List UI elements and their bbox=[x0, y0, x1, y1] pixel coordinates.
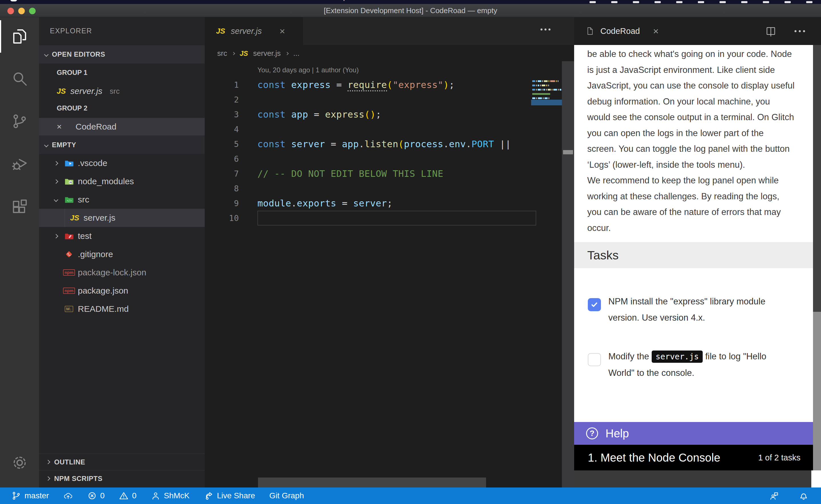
tree-item-src[interactable]: </>src bbox=[39, 190, 205, 209]
tree-item-node_modules[interactable]: JSnode_modules bbox=[39, 172, 205, 190]
code-line-7[interactable]: 7// -- DO NOT EDIT BELOW THIS LINE bbox=[205, 166, 574, 181]
code-line-4[interactable]: 4 bbox=[205, 122, 574, 137]
window-title-bar[interactable]: [Extension Development Host] - CodeRoad … bbox=[0, 4, 821, 17]
tab-server-js[interactable]: JS server.js × bbox=[205, 17, 303, 45]
status-account[interactable]: ShMcK bbox=[147, 487, 193, 504]
breadcrumb-item--[interactable]: ... bbox=[293, 49, 300, 58]
code-editor-group: JS server.js × srcJSserver.js... You, 20… bbox=[205, 17, 574, 487]
menu-selection[interactable]: Selection bbox=[119, 0, 149, 1]
status-label: 0 bbox=[132, 491, 136, 500]
open-editors-label: OPEN EDITORS bbox=[52, 50, 105, 58]
open-editors-group-label: GROUP 1 bbox=[39, 65, 205, 81]
status-git-graph[interactable]: Git Graph bbox=[266, 487, 308, 504]
menu-view[interactable]: View bbox=[164, 0, 180, 1]
tree-item--gitignore[interactable]: .gitignore bbox=[39, 245, 205, 263]
minimap[interactable] bbox=[531, 62, 563, 119]
menu-go[interactable]: Go bbox=[195, 0, 205, 1]
activity-bar-settings[interactable] bbox=[0, 444, 39, 481]
tree-item-package-lock-json[interactable]: npmpackage-lock.json bbox=[39, 263, 205, 282]
paragraph-line: is just a JavaScript environment. Like c… bbox=[587, 62, 812, 78]
minimap-line bbox=[532, 93, 550, 95]
code-line-text[interactable]: const app = express(); bbox=[258, 109, 381, 120]
menu-code[interactable]: Code bbox=[32, 0, 50, 1]
tree-item-label: .gitignore bbox=[78, 249, 113, 259]
code-line-9[interactable]: 9module.exports = server; bbox=[205, 196, 574, 211]
open-editor-item-coderoad[interactable]: ×CodeRoad bbox=[39, 118, 205, 136]
editor-overview-ruler[interactable] bbox=[562, 61, 574, 487]
current-line-highlight[interactable] bbox=[258, 211, 536, 226]
menu-run[interactable]: Run bbox=[220, 0, 233, 1]
tree-item-server-js[interactable]: JSserver.js bbox=[39, 209, 205, 227]
activity-bar-extensions[interactable] bbox=[0, 189, 39, 226]
status-sync-publish[interactable] bbox=[59, 487, 77, 504]
apple-menu-icon[interactable] bbox=[10, 0, 17, 1]
tree-item-readme-md[interactable]: M↓README.md bbox=[39, 300, 205, 318]
menu-terminal[interactable]: Terminal bbox=[248, 0, 276, 1]
js-file-icon: JS bbox=[240, 50, 248, 58]
code-line-8[interactable]: 8 bbox=[205, 181, 574, 196]
status-notifications[interactable] bbox=[795, 487, 812, 504]
code-line-2[interactable]: 2 bbox=[205, 92, 574, 107]
code-line-5[interactable]: 5const server = app.listen(process.env.P… bbox=[205, 137, 574, 151]
breadcrumb-item-src[interactable]: src bbox=[217, 49, 227, 58]
close-editor-icon[interactable]: × bbox=[57, 122, 66, 132]
open-editor-item-server-js[interactable]: JSserver.jssrc bbox=[39, 82, 205, 100]
activity-bar-search[interactable] bbox=[0, 60, 39, 97]
tree-item-test[interactable]: test bbox=[39, 227, 205, 245]
activity-bar-run-debug[interactable] bbox=[0, 145, 39, 182]
open-editors-group-label: GROUP 2 bbox=[39, 100, 205, 116]
chevron-right-icon bbox=[46, 460, 50, 464]
paragraph-line: working at these challenges. By reading … bbox=[587, 189, 812, 204]
webview-scrollbar-thumb[interactable] bbox=[813, 45, 821, 312]
status-feedback[interactable] bbox=[766, 487, 783, 504]
coderoad-panel: CodeRoad × be able to check what's going… bbox=[574, 17, 821, 487]
menu-window[interactable]: Window bbox=[291, 0, 317, 1]
tree-item-label: package.json bbox=[78, 286, 128, 296]
section-npm-scripts[interactable]: NPM SCRIPTS bbox=[39, 470, 205, 487]
line-number: 3 bbox=[205, 110, 239, 119]
split-editor-icon[interactable] bbox=[765, 26, 776, 36]
code-line-text[interactable]: module.exports = server; bbox=[258, 198, 393, 209]
status-live-share[interactable]: Live Share bbox=[200, 487, 259, 504]
activity-bar-explorer[interactable] bbox=[0, 18, 39, 55]
js-icon: JS bbox=[70, 214, 79, 222]
folder-section-header[interactable]: EMPTY bbox=[39, 136, 205, 154]
help-bar[interactable]: ? Help bbox=[574, 422, 821, 445]
status-git-branch[interactable]: master bbox=[7, 487, 53, 504]
folder-node-icon: JS bbox=[64, 177, 74, 186]
code-line-6[interactable]: 6 bbox=[205, 151, 574, 166]
breadcrumb-item-server-js[interactable]: server.js bbox=[253, 49, 281, 58]
code-line-10[interactable]: 10 bbox=[205, 211, 574, 226]
activity-bar-source-control[interactable] bbox=[0, 103, 39, 140]
close-tab-icon[interactable]: × bbox=[279, 26, 285, 37]
menu-file[interactable]: File bbox=[64, 0, 76, 1]
code-line-3[interactable]: 3const app = express(); bbox=[205, 107, 574, 122]
codelens-annotation[interactable]: You, 20 days ago | 1 author (You) bbox=[258, 66, 359, 74]
code-line-text[interactable]: const express = require("express"); bbox=[258, 79, 455, 90]
close-panel-icon[interactable]: × bbox=[653, 26, 659, 37]
menu-edit[interactable]: Edit bbox=[91, 0, 104, 1]
tree-item-label: package-lock.json bbox=[78, 268, 146, 277]
code-line-text[interactable]: // -- DO NOT EDIT BELOW THIS LINE bbox=[258, 168, 443, 179]
status-errors[interactable]: 0 bbox=[83, 487, 109, 504]
code-area[interactable]: 1const express = require("express");23co… bbox=[205, 77, 574, 226]
tree-item-package-json[interactable]: npmpackage.json bbox=[39, 282, 205, 300]
horizontal-scrollbar-thumb[interactable] bbox=[258, 478, 486, 487]
section-outline[interactable]: OUTLINE bbox=[39, 454, 205, 470]
code-line-1[interactable]: 1const express = require("express"); bbox=[205, 77, 574, 92]
help-icon: ? bbox=[586, 427, 598, 439]
chevron-right-icon bbox=[54, 161, 58, 165]
menu-help[interactable]: Help bbox=[332, 0, 347, 1]
tab-coderoad[interactable]: CodeRoad × bbox=[574, 26, 659, 37]
tasks-section-header: Tasks bbox=[574, 242, 821, 268]
open-editors-header[interactable]: OPEN EDITORS bbox=[39, 45, 205, 63]
task-checkbox-unchecked[interactable] bbox=[588, 353, 601, 366]
status-warnings[interactable]: 0 bbox=[115, 487, 140, 504]
panel-more-actions-button[interactable] bbox=[795, 30, 805, 32]
task-checkbox-checked[interactable] bbox=[588, 298, 601, 311]
minimap-line bbox=[532, 80, 558, 82]
tree-item--vscode[interactable]: .vscode bbox=[39, 154, 205, 172]
code-line-text[interactable]: const server = app.listen(process.env.PO… bbox=[258, 139, 511, 149]
line-number: 7 bbox=[205, 169, 239, 179]
editor-more-actions-button[interactable] bbox=[540, 28, 550, 30]
